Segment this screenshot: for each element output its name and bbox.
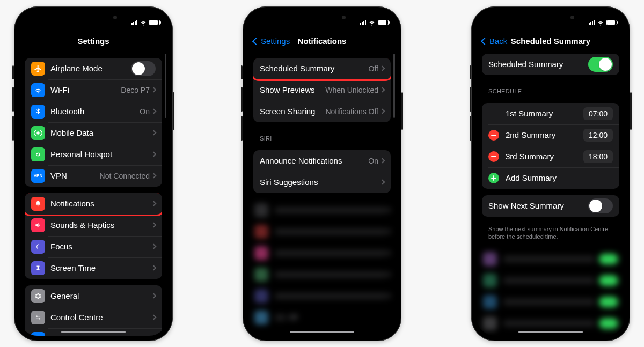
row-3rd-summary[interactable]: 3rd Summary 18:00 [482,146,619,167]
chevron-right-icon [151,201,157,206]
chevron-right-icon [380,66,385,71]
back-label: Back [489,36,507,46]
apps-in-summary-blurred [477,248,625,334]
section-header-schedule: SCHEDULE [477,82,625,97]
signal-icon [131,20,137,25]
brightness-icon: AA [31,332,45,336]
chevron-right-icon [380,180,385,185]
hourglass-icon [31,261,45,275]
nav-bar: Back Scheduled Summary [477,31,625,51]
row-label: Personal Hotspot [50,150,152,159]
chevron-right-icon [151,315,157,320]
chevron-right-icon [380,109,385,114]
row-announce-notifications[interactable]: Announce Notifications On [253,150,391,172]
row-add-summary[interactable]: Add Summary [482,167,619,189]
chevron-right-icon [380,158,385,164]
nav-bar: Settings [19,31,167,51]
row-siri-suggestions[interactable]: Siri Suggestions [253,172,391,193]
row-label: Bluetooth [50,107,140,116]
phone-settings: Settings Airplane Mode [14,6,173,341]
scrollbar[interactable] [393,54,395,118]
row-label: 3rd Summary [506,152,583,161]
row-bluetooth[interactable]: Bluetooth On [25,101,162,122]
battery-icon [378,20,389,25]
row-label: Scheduled Summary [260,64,369,73]
row-notifications[interactable]: Notifications [25,193,162,215]
chevron-right-icon [151,265,157,271]
row-label: Scheduled Summary [488,60,588,69]
row-value: On [140,107,150,116]
row-vpn[interactable]: VPN VPN Not Connected [25,165,162,187]
home-indicator[interactable] [290,331,354,333]
row-show-previews[interactable]: Show Previews When Unlocked [253,79,391,101]
row-screen-time[interactable]: Screen Time [25,257,162,279]
scheduled-summary-toggle[interactable] [588,57,613,72]
bluetooth-icon [31,105,45,119]
chevron-right-icon [151,152,157,157]
row-label: Show Next Summary [488,201,588,210]
chevron-right-icon [151,173,157,179]
remove-icon[interactable] [488,130,499,141]
row-label: 2nd Summary [506,130,583,139]
row-1st-summary[interactable]: 1st Summary 07:00 [482,103,619,124]
battery-icon [606,20,617,25]
time-value[interactable]: 12:00 [583,129,613,142]
row-control-centre[interactable]: Control Centre [25,307,162,328]
row-label: Siri Suggestions [260,178,380,187]
row-label: Wi-Fi [50,85,121,94]
vpn-icon: VPN [31,169,45,183]
row-label: Focus [50,242,152,251]
airplane-icon [31,62,45,76]
section-header-siri: SIRI [248,129,396,144]
row-personal-hotspot[interactable]: Personal Hotspot [25,144,162,165]
battery-icon [149,20,160,25]
airplane-toggle[interactable] [131,61,156,76]
chevron-left-icon [253,36,260,46]
phone-notifications: Settings Notifications Scheduled Summary… [243,6,401,341]
remove-icon[interactable] [488,151,499,162]
time-value[interactable]: 18:00 [583,150,613,163]
row-label: General [50,291,152,300]
row-general[interactable]: General [25,285,162,307]
speaker-icon [31,218,45,232]
signal-icon [360,20,366,25]
home-indicator[interactable] [518,331,583,333]
row-screen-sharing[interactable]: Screen Sharing Notifications Off [253,101,391,122]
row-wifi[interactable]: Wi-Fi Deco P7 [25,79,162,101]
nav-bar: Settings Notifications [248,31,396,51]
footnote-text: Show the next summary in Notification Ce… [477,223,625,241]
row-mobile-data[interactable]: Mobile Data [25,122,162,144]
row-focus[interactable]: Focus [25,236,162,257]
chevron-right-icon [380,87,385,93]
svg-rect-3 [36,318,40,319]
phone-scheduled-summary: Back Scheduled Summary Scheduled Summary… [471,6,630,341]
row-scheduled-summary-toggle[interactable]: Scheduled Summary [482,54,619,75]
row-label: VPN [50,171,100,180]
scrollbar[interactable] [165,54,166,118]
back-button[interactable]: Back [482,36,507,46]
antenna-icon [31,126,45,140]
chevron-right-icon [151,223,157,228]
chevron-right-icon [151,293,157,299]
page-title: Settings [77,36,109,46]
gear-icon [31,289,45,303]
time-value[interactable]: 07:00 [583,107,613,120]
row-2nd-summary[interactable]: 2nd Summary 12:00 [482,124,619,146]
row-airplane-mode[interactable]: Airplane Mode [25,58,162,79]
add-icon[interactable] [488,173,499,183]
row-label: Add Summary [506,173,613,182]
wifi-icon [31,83,45,97]
home-indicator[interactable] [61,331,126,333]
page-title: Notifications [298,36,347,46]
row-value: Off [369,64,378,73]
wifi-icon [368,19,376,26]
row-label: Control Centre [50,313,152,322]
row-show-next-summary[interactable]: Show Next Summary [482,195,619,217]
row-label: Display & Brightness [50,334,152,336]
hotspot-icon [31,147,45,161]
row-sounds-haptics[interactable]: Sounds & Haptics [25,215,162,236]
show-next-toggle[interactable] [588,198,613,213]
signal-icon [588,20,595,25]
row-scheduled-summary[interactable]: Scheduled Summary Off [253,58,391,79]
back-button[interactable]: Settings [253,36,290,46]
